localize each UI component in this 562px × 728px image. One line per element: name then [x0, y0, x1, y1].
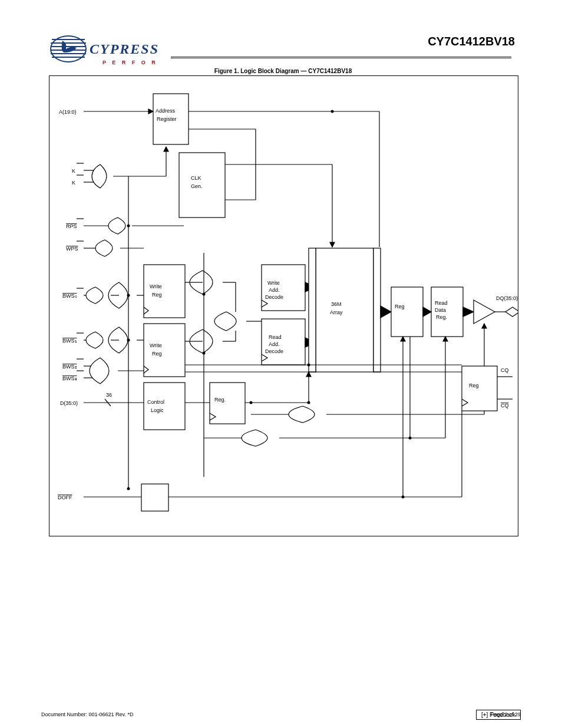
svg-text:Reg.: Reg.: [436, 314, 447, 320]
svg-text:Read: Read: [269, 334, 282, 340]
svg-text:K: K: [72, 180, 75, 186]
svg-marker-132: [482, 324, 487, 328]
svg-marker-115: [423, 307, 431, 317]
svg-text:Reg: Reg: [152, 351, 162, 357]
svg-rect-107: [373, 248, 381, 372]
svg-marker-67: [330, 242, 335, 247]
svg-text:Array: Array: [330, 309, 343, 315]
logic-block-diagram: A(19:0) K K RPS WPS: [49, 75, 518, 536]
svg-point-149: [402, 496, 405, 499]
svg-text:BWS₁: BWS₁: [62, 338, 77, 344]
svg-point-156: [250, 401, 253, 404]
svg-text:Reg: Reg: [469, 383, 479, 388]
svg-rect-138: [462, 366, 497, 411]
svg-text:Decode: Decode: [265, 348, 283, 354]
svg-point-56: [127, 294, 130, 297]
svg-marker-108: [381, 306, 391, 318]
svg-text:K: K: [72, 168, 75, 174]
svg-text:BWS₀: BWS₀: [62, 293, 77, 299]
svg-text:WPS: WPS: [66, 246, 78, 252]
svg-text:36M: 36M: [331, 301, 342, 307]
svg-text:Reg.: Reg.: [214, 397, 226, 403]
svg-text:Add.: Add.: [269, 341, 280, 347]
svg-marker-128: [306, 372, 311, 377]
svg-point-86: [203, 293, 206, 296]
svg-text:RPS: RPS: [66, 223, 77, 229]
svg-point-158: [308, 364, 310, 367]
feedback-link[interactable]: [+] Feedback: [476, 710, 521, 720]
svg-text:Write: Write: [267, 280, 280, 286]
svg-text:Reg: Reg: [152, 292, 162, 298]
svg-text:DOFF: DOFF: [58, 495, 72, 500]
svg-text:BWS₃: BWS₃: [62, 375, 77, 381]
svg-text:Address: Address: [156, 108, 176, 114]
svg-text:CQ: CQ: [501, 367, 509, 373]
product-code: CY7C1412BV18: [428, 35, 515, 47]
svg-text:Write: Write: [150, 342, 162, 348]
svg-text:Register: Register: [157, 116, 177, 122]
svg-text:Reg: Reg: [395, 304, 405, 309]
svg-text:BWS₂: BWS₂: [62, 364, 77, 370]
svg-marker-116: [463, 307, 474, 317]
svg-rect-146: [141, 484, 168, 511]
svg-text:D(35:0): D(35:0): [60, 400, 78, 406]
page-footer: Document Number: 001-06621 Rev. *D Page …: [41, 711, 521, 717]
svg-marker-136: [443, 337, 448, 341]
svg-point-58: [127, 487, 130, 490]
svg-marker-150: [401, 337, 405, 341]
svg-rect-109: [391, 287, 423, 337]
figure-caption: Figure 1. Logic Block Diagram — CY7C1412…: [49, 68, 517, 75]
svg-text:36: 36: [106, 392, 112, 398]
svg-text:Read: Read: [435, 300, 448, 306]
svg-point-153: [409, 437, 412, 440]
svg-text:Add.: Add.: [269, 287, 280, 293]
svg-text:Decode: Decode: [265, 294, 283, 300]
svg-rect-106: [309, 248, 316, 372]
document-number: Document Number: 001-06621 Rev. *D: [41, 711, 133, 717]
svg-marker-20: [164, 147, 168, 151]
svg-point-55: [127, 225, 130, 228]
svg-marker-11: [148, 109, 153, 114]
svg-point-87: [203, 352, 206, 355]
svg-text:DQ(35:0): DQ(35:0): [496, 295, 518, 301]
svg-text:Logic: Logic: [151, 407, 164, 413]
svg-rect-76: [144, 324, 185, 377]
svg-text:Control: Control: [147, 399, 164, 405]
svg-text:P E R F O R M: P E R F O R M: [103, 60, 159, 65]
svg-text:CLK: CLK: [191, 175, 201, 181]
svg-marker-118: [505, 307, 518, 317]
svg-text:A(19:0): A(19:0): [59, 109, 77, 115]
svg-text:Write: Write: [150, 284, 162, 289]
svg-text:Data: Data: [435, 307, 446, 313]
svg-rect-120: [144, 383, 185, 430]
svg-text:CYPRESS: CYPRESS: [90, 41, 159, 57]
svg-text:CQ: CQ: [501, 403, 509, 409]
svg-text:Gen.: Gen.: [191, 183, 203, 189]
svg-rect-123: [210, 383, 245, 424]
header-rule: [171, 57, 511, 58]
svg-rect-73: [144, 265, 185, 318]
svg-point-57: [127, 339, 130, 342]
svg-point-157: [308, 401, 310, 404]
svg-point-159: [331, 110, 334, 113]
svg-rect-103: [316, 248, 373, 372]
